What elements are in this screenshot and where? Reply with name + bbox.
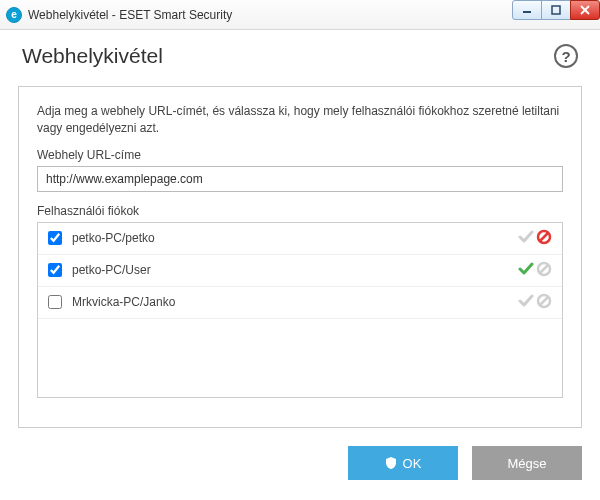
page-title: Webhelykivétel [22,44,163,68]
url-input[interactable] [37,166,563,192]
block-icon[interactable] [536,261,552,280]
account-name: petko-PC/User [72,263,518,277]
status-icons [518,261,552,280]
allow-icon[interactable] [518,261,534,280]
shield-icon [385,457,397,469]
window-controls [513,0,600,29]
svg-line-5 [540,233,548,241]
account-checkbox[interactable] [48,295,62,309]
status-icons [518,229,552,248]
svg-line-7 [540,265,548,273]
close-button[interactable] [570,0,600,20]
allow-icon[interactable] [518,293,534,312]
accounts-label: Felhasználói fiókok [37,204,563,218]
ok-button-label: OK [403,456,422,471]
cancel-button-label: Mégse [507,456,546,471]
help-button[interactable]: ? [554,44,578,68]
block-icon[interactable] [536,229,552,248]
account-checkbox[interactable] [48,263,62,277]
allow-icon[interactable] [518,229,534,248]
account-row: Mrkvicka-PC/Janko [38,287,562,319]
window-title: Webhelykivétel - ESET Smart Security [28,8,513,22]
maximize-button[interactable] [541,0,571,20]
ok-button[interactable]: OK [348,446,458,480]
intro-text: Adja meg a webhely URL-címét, és válassz… [37,103,563,138]
content-frame: Adja meg a webhely URL-címét, és válassz… [18,86,582,428]
svg-line-9 [540,297,548,305]
accounts-list: petko-PC/petkopetko-PC/UserMrkvicka-PC/J… [37,222,563,398]
account-checkbox[interactable] [48,231,62,245]
cancel-button[interactable]: Mégse [472,446,582,480]
header: Webhelykivétel ? [0,30,600,86]
account-name: petko-PC/petko [72,231,518,245]
footer: OK Mégse [0,428,600,480]
account-row: petko-PC/petko [38,223,562,255]
account-name: Mrkvicka-PC/Janko [72,295,518,309]
app-icon: e [6,7,22,23]
titlebar: e Webhelykivétel - ESET Smart Security [0,0,600,30]
account-row: petko-PC/User [38,255,562,287]
svg-rect-1 [552,6,560,14]
help-icon: ? [561,48,570,65]
status-icons [518,293,552,312]
url-label: Webhely URL-címe [37,148,563,162]
block-icon[interactable] [536,293,552,312]
minimize-button[interactable] [512,0,542,20]
